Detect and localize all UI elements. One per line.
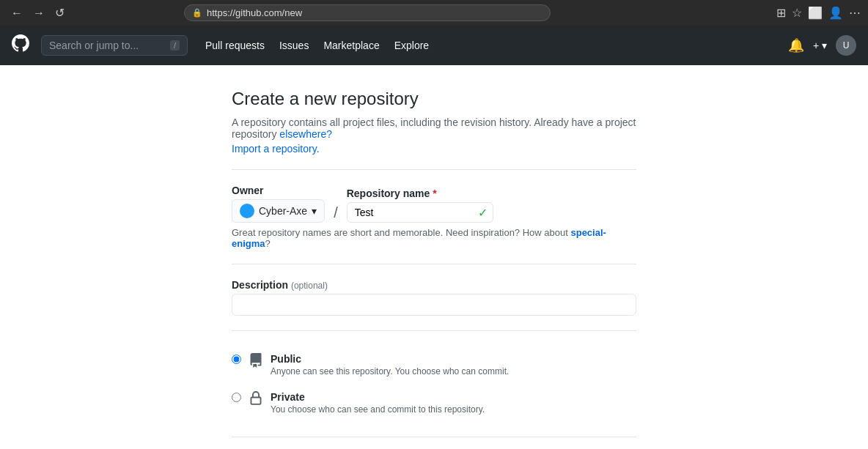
private-radio-content: Private You choose who can see and commi… — [271, 391, 485, 415]
private-radio-title: Private — [271, 391, 485, 403]
public-radio[interactable] — [232, 355, 241, 364]
main-content: Create a new repository A repository con… — [0, 65, 868, 449]
nav-pull-requests[interactable]: Pull requests — [205, 40, 265, 51]
visibility-section: Public Anyone can see this repository. Y… — [232, 346, 636, 422]
repo-name-input[interactable] — [347, 202, 493, 223]
section-divider — [232, 169, 636, 170]
nav-links: Pull requests Issues Marketplace Explore — [205, 40, 429, 51]
elsewhere-link[interactable]: elsewhere? — [279, 128, 332, 140]
search-placeholder: Search or jump to... — [49, 40, 139, 51]
back-button[interactable]: ← — [7, 4, 26, 21]
owner-repo-row: Owner Cyber-Axe ▾ / Repository name * ✓ — [232, 185, 636, 223]
owner-value: Cyber-Axe — [259, 205, 307, 217]
bell-icon-button[interactable]: 🔔 — [788, 37, 804, 53]
form-container: Create a new repository A repository con… — [214, 89, 654, 449]
avatar[interactable]: U — [836, 35, 856, 56]
browser-nav-buttons: ← → ↺ — [7, 4, 68, 21]
public-radio-option[interactable]: Public Anyone can see this repository. Y… — [232, 346, 636, 384]
search-kbd-hint: / — [170, 40, 180, 51]
extensions-button[interactable]: ⊞ — [776, 6, 786, 20]
github-nav: Search or jump to... / Pull requests Iss… — [0, 26, 868, 65]
owner-group: Owner Cyber-Axe ▾ — [232, 185, 325, 223]
url-bar[interactable]: 🔒 https://github.com/new — [184, 4, 551, 21]
menu-button[interactable]: ⋯ — [849, 6, 861, 20]
browser-chrome: ← → ↺ 🔒 https://github.com/new ⊞ ☆ ⬜ 👤 ⋯ — [0, 0, 868, 26]
repo-name-hint: Great repository names are short and mem… — [232, 227, 636, 249]
browser-action-buttons: ⊞ ☆ ⬜ 👤 ⋯ — [776, 6, 861, 20]
private-radio-option[interactable]: Private You choose who can see and commi… — [232, 384, 636, 422]
public-radio-title: Public — [271, 353, 509, 365]
star-button[interactable]: ☆ — [792, 6, 802, 20]
private-icon — [249, 391, 263, 409]
owner-dropdown-chevron: ▾ — [312, 205, 317, 217]
description-label: Description (optional) — [232, 279, 636, 291]
description-input[interactable] — [232, 294, 636, 316]
private-radio-desc: You choose who can see and commit to thi… — [271, 404, 485, 415]
public-radio-desc: Anyone can see this repository. You choo… — [271, 366, 509, 376]
repo-name-wrapper: ✓ — [347, 202, 493, 223]
optional-label: (optional) — [291, 281, 328, 291]
lock-icon: 🔒 — [192, 8, 202, 18]
reload-button[interactable]: ↺ — [51, 4, 68, 21]
required-asterisk: * — [433, 188, 436, 199]
url-text: https://github.com/new — [207, 7, 302, 18]
public-radio-content: Public Anyone can see this repository. Y… — [271, 353, 509, 376]
new-item-button[interactable]: + ▾ — [813, 40, 827, 51]
divider-2 — [232, 264, 636, 264]
import-repository-link[interactable]: Import a repository. — [232, 143, 320, 155]
page-title: Create a new repository — [232, 89, 636, 109]
forward-button[interactable]: → — [29, 4, 48, 21]
divider-4 — [232, 437, 636, 437]
owner-label: Owner — [232, 185, 325, 196]
nav-right: 🔔 + ▾ U — [788, 35, 856, 56]
private-radio[interactable] — [232, 393, 241, 402]
nav-issues[interactable]: Issues — [279, 40, 309, 51]
search-box[interactable]: Search or jump to... / — [41, 35, 188, 56]
nav-marketplace[interactable]: Marketplace — [323, 40, 379, 51]
public-icon — [249, 353, 263, 371]
profile-button[interactable]: 👤 — [828, 6, 843, 20]
description-group: Description (optional) — [232, 279, 636, 316]
repo-name-group: Repository name * ✓ — [347, 188, 493, 223]
nav-explore[interactable]: Explore — [394, 40, 429, 51]
owner-avatar-icon — [240, 204, 254, 218]
divider-3 — [232, 330, 636, 331]
github-logo[interactable] — [12, 34, 29, 56]
repo-name-label: Repository name * — [347, 188, 493, 199]
owner-dropdown[interactable]: Cyber-Axe ▾ — [232, 199, 325, 223]
page-description: A repository contains all project files,… — [232, 116, 636, 140]
tab-button[interactable]: ⬜ — [808, 6, 823, 20]
path-separator: / — [331, 204, 341, 221]
repo-name-valid-icon: ✓ — [478, 206, 488, 220]
